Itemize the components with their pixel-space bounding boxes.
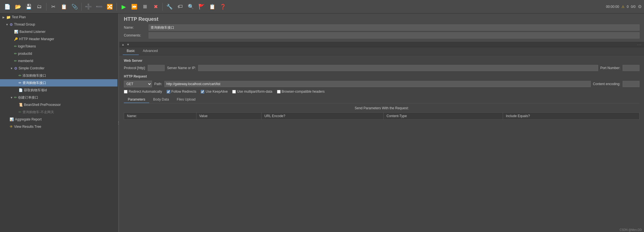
tab-basic[interactable]: Basic bbox=[123, 47, 139, 55]
warning-icon: ⚠ bbox=[621, 5, 625, 9]
save-button[interactable]: 💾 bbox=[24, 2, 34, 12]
tree-item-member-id[interactable]: ✏ memberId bbox=[0, 57, 117, 65]
tree-label-simple-controller: Simple Controller bbox=[19, 66, 44, 70]
script-icon-beanshell: 📜 bbox=[19, 103, 23, 107]
divider-bar: ▲ ▼ ··· bbox=[119, 42, 644, 47]
tree-item-beanshell[interactable]: 📜 BeanShell PreProcessor bbox=[0, 101, 117, 108]
comments-input[interactable] bbox=[149, 32, 639, 38]
port-input[interactable] bbox=[623, 65, 639, 71]
tree-label-member-id: memberId bbox=[18, 59, 33, 63]
help-button[interactable]: ❓ bbox=[218, 2, 228, 12]
divider-up-arrow[interactable]: ▲ bbox=[122, 43, 124, 46]
multipart-checkbox[interactable] bbox=[232, 90, 236, 94]
web-server-title: Web Server bbox=[124, 59, 639, 63]
cut-button[interactable]: ✂ bbox=[48, 2, 58, 12]
settings-icon[interactable]: ⚙ bbox=[638, 4, 642, 9]
tree-label-http-header-manager: HTTP Header Manager bbox=[19, 37, 54, 41]
run-button[interactable]: ▶ bbox=[118, 2, 129, 12]
toolbar: 📄 📂 💾 🗂 ✂ 📋 📎 ➕ ➖ 🔀 ▶ ⏩ ⏹ ✖ 🔧 🏷 🔍 🚩 📋 ❓ … bbox=[0, 0, 644, 13]
name-input[interactable] bbox=[149, 24, 639, 31]
doc-icon-get-cart: 📄 bbox=[19, 88, 23, 92]
tools-button[interactable]: 🔧 bbox=[164, 2, 175, 12]
server-input[interactable] bbox=[198, 65, 598, 71]
follow-redirects-checkbox[interactable] bbox=[167, 90, 170, 94]
tree-label-query-cart-api: 查询购物车接口 bbox=[23, 81, 46, 85]
toolbar-sep-2 bbox=[81, 3, 82, 11]
tree-label-create-order-api: 创建订单接口 bbox=[18, 95, 38, 100]
list-button[interactable]: 📋 bbox=[207, 2, 217, 12]
method-select[interactable]: GET POST PUT DELETE PATCH bbox=[124, 81, 152, 87]
encoding-label: Content encoding: bbox=[593, 82, 620, 86]
col-value: Value bbox=[196, 113, 261, 120]
chart-icon-backend: 📊 bbox=[14, 30, 18, 34]
browser-compat-checkbox[interactable] bbox=[277, 90, 281, 94]
tree-label-thread-group: Thread Group bbox=[14, 22, 35, 26]
tab-advanced[interactable]: Advanced bbox=[139, 47, 162, 55]
sub-tab-body-data[interactable]: Body Data bbox=[149, 96, 173, 103]
merge-button[interactable]: 🔀 bbox=[105, 2, 115, 12]
add-button[interactable]: ➕ bbox=[83, 2, 93, 12]
tree-item-aggregate-report[interactable]: 📊 Aggregate Report bbox=[0, 116, 117, 123]
save-as-button[interactable]: 🗂 bbox=[34, 2, 44, 12]
status-text: CSDN @Men-DD bbox=[620, 228, 642, 231]
tree-arrow-thread-group: ▼ bbox=[6, 23, 8, 26]
folder-icon: 📁 bbox=[6, 15, 11, 19]
paste-button[interactable]: 📎 bbox=[70, 2, 80, 12]
pencil-icon-member: ✏ bbox=[14, 59, 17, 63]
tree-item-get-cart-items[interactable]: 📄 获取购物车项id bbox=[0, 87, 117, 94]
remove-button[interactable]: ➖ bbox=[94, 2, 104, 12]
sub-tab-parameters[interactable]: Parameters bbox=[124, 96, 149, 103]
checkbox-browser-compat[interactable]: Browser-compatible headers bbox=[277, 90, 325, 94]
tree-item-backend-listener[interactable]: 📊 Backend Listener bbox=[0, 28, 117, 35]
open-button[interactable]: 📂 bbox=[13, 2, 23, 12]
request-header: HTTP Request Name: Comments: bbox=[119, 13, 644, 42]
tree-item-query-no-gateway[interactable]: ✏ 查询购物车-不走网关 bbox=[0, 108, 117, 116]
tree-arrow-test-plan: ▶ bbox=[2, 16, 5, 19]
tree-item-login-tokens[interactable]: ✏ loginTokens bbox=[0, 43, 117, 50]
new-file-button[interactable]: 📄 bbox=[2, 2, 12, 12]
checkbox-multipart[interactable]: Use multipart/form-data bbox=[232, 90, 272, 94]
start-no-pause-button[interactable]: ⏩ bbox=[129, 2, 139, 12]
stop-button[interactable]: ⏹ bbox=[140, 2, 150, 12]
error-count: 0/0 bbox=[631, 5, 636, 9]
protocol-input[interactable] bbox=[148, 65, 165, 71]
col-url-encode: URL Encode? bbox=[261, 113, 384, 120]
checkbox-redirect-auto[interactable]: Redirect Automatically bbox=[124, 90, 162, 94]
pencil-icon-add-cart: ✏ bbox=[19, 74, 21, 78]
clear-button[interactable]: 🚩 bbox=[196, 2, 207, 12]
tree-item-product-id[interactable]: ✏ productId bbox=[0, 50, 117, 57]
checkbox-follow-redirects[interactable]: Follow Redirects bbox=[167, 90, 196, 94]
tree-label-test-plan: Test Plan bbox=[12, 15, 26, 19]
name-field-row: Name: bbox=[124, 24, 639, 31]
tree-item-http-header-manager[interactable]: 🔑 HTTP Header Manager bbox=[0, 35, 117, 43]
path-input[interactable] bbox=[164, 81, 591, 87]
tree-item-add-cart-api[interactable]: ✏ 添加购物车接口 bbox=[0, 72, 117, 79]
tree-item-create-order-api[interactable]: ▼ ✏ 创建订单接口 bbox=[0, 94, 117, 101]
tree-item-query-cart-api[interactable]: ✏ 查询购物车接口 bbox=[0, 79, 117, 87]
copy-button[interactable]: 📋 bbox=[59, 2, 69, 12]
tree-label-login-tokens: loginTokens bbox=[18, 44, 36, 48]
tree-item-test-plan[interactable]: ▶ 📁 Test Plan bbox=[0, 13, 117, 21]
tree-label-view-results-tree: View Results Tree bbox=[14, 125, 41, 129]
search-toolbar-button[interactable]: 🔍 bbox=[186, 2, 196, 12]
divider-down-arrow[interactable]: ▼ bbox=[127, 43, 129, 46]
encoding-input[interactable] bbox=[623, 81, 639, 87]
keepalive-label: Use KeepAlive bbox=[205, 90, 228, 94]
checkbox-keepalive[interactable]: Use KeepAlive bbox=[201, 90, 228, 94]
shutdown-button[interactable]: ✖ bbox=[151, 2, 161, 12]
timer-display: 00:00:00 bbox=[606, 5, 619, 9]
keepalive-checkbox[interactable] bbox=[201, 90, 204, 94]
sub-tabs: Parameters Body Data Files Upload bbox=[124, 96, 639, 103]
tree-label-aggregate-report: Aggregate Report bbox=[15, 117, 42, 121]
sub-tab-files-upload[interactable]: Files Upload bbox=[173, 96, 200, 103]
tree-item-thread-group[interactable]: ▼ ⚙ Thread Group bbox=[0, 21, 117, 28]
toolbar-sep-1 bbox=[46, 3, 46, 11]
redirect-auto-checkbox[interactable] bbox=[124, 90, 128, 94]
tree-item-simple-controller[interactable]: ▼ ⚙ Simple Controller bbox=[0, 65, 117, 72]
path-label: Path: bbox=[154, 82, 162, 86]
template-button[interactable]: 🏷 bbox=[175, 2, 185, 12]
tree-item-view-results-tree[interactable]: 👁 View Results Tree bbox=[0, 123, 117, 130]
pencil-icon-product: ✏ bbox=[14, 52, 17, 56]
toolbar-sep-3 bbox=[117, 3, 117, 11]
tree-label-get-cart-items: 获取购物车项id bbox=[24, 88, 47, 93]
